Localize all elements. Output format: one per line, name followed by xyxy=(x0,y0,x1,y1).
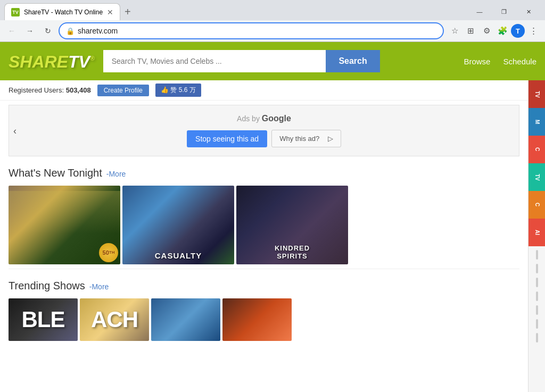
trending-title: Trending Shows -More xyxy=(9,280,519,292)
translate-button[interactable]: ⚙ xyxy=(479,23,494,38)
address-bar-row: ← → ↻ 🔒 sharetv.com ☆ ⊞ ⚙ 🧩 T ⋮ xyxy=(0,20,545,41)
chrome-menu-button[interactable]: ⋮ xyxy=(526,23,541,38)
search-form: Search xyxy=(103,50,380,72)
sidebar-item-m[interactable]: M xyxy=(529,108,545,136)
sidebar-item-c2[interactable]: C xyxy=(529,191,545,219)
header-nav: Browse Schedule xyxy=(464,57,536,66)
trending-section: Trending Shows -More BLE ACH xyxy=(0,273,528,345)
site-logo[interactable]: SHARETV® xyxy=(9,52,95,71)
logo-area: SHARETV® xyxy=(9,52,95,71)
trending-text-2: ACH xyxy=(80,298,149,341)
whats-new-title: What's New Tonight -More xyxy=(9,167,519,179)
show-card-2[interactable]: CASUALTY xyxy=(122,186,234,264)
lock-icon: 🔒 xyxy=(66,27,75,35)
browser-actions: ☆ ⊞ ⚙ 🧩 T ⋮ xyxy=(447,23,541,38)
maximize-button[interactable]: ❐ xyxy=(492,3,516,20)
show-title-2: CASUALTY xyxy=(122,251,234,260)
sidebar-item-ai[interactable]: AI xyxy=(529,219,545,246)
search-button[interactable]: Search xyxy=(326,50,379,72)
facebook-like-button[interactable]: 👍 赞 5.6 万 xyxy=(155,84,201,97)
show-card-1[interactable]: 50TH xyxy=(9,186,120,264)
trending-grid: BLE ACH xyxy=(9,298,519,341)
show-title-3: KINDREDSPIRITS xyxy=(236,244,348,260)
trending-text-1: BLE xyxy=(9,298,78,341)
extensions-grid-button[interactable]: ⊞ xyxy=(463,23,478,38)
sub-header: Registered Users: 503,408 Create Profile… xyxy=(0,80,528,101)
tab-bar: TV ShareTV - Watch TV Online ✕ + — ❐ ✕ xyxy=(0,0,545,20)
site-header: SHARETV® Search Browse Schedule xyxy=(0,42,545,80)
bookmark-button[interactable]: ☆ xyxy=(447,23,462,38)
profile-avatar[interactable]: T xyxy=(511,24,525,38)
refresh-button[interactable]: ↻ xyxy=(40,23,55,38)
search-input[interactable] xyxy=(103,50,326,72)
trending-card-1[interactable]: BLE xyxy=(9,298,78,341)
trending-text-3 xyxy=(151,298,220,341)
close-button[interactable]: ✕ xyxy=(516,3,541,20)
back-button[interactable]: ← xyxy=(4,23,19,38)
url-text: sharetv.com xyxy=(78,27,436,35)
puzzle-button[interactable]: 🧩 xyxy=(495,23,510,38)
browse-nav-item[interactable]: Browse xyxy=(464,57,490,66)
ad-area: ‹ Ads by Google Stop seeing this ad Why … xyxy=(9,105,519,156)
tab-close-button[interactable]: ✕ xyxy=(107,8,113,16)
stop-seeing-ad-button[interactable]: Stop seeing this ad xyxy=(187,130,267,147)
tab-favicon: TV xyxy=(11,8,20,16)
tab-title: ShareTV - Watch TV Online xyxy=(24,9,103,16)
trending-card-4[interactable] xyxy=(222,298,292,341)
sidebar-item-c[interactable]: C xyxy=(529,136,545,163)
ad-back-arrow[interactable]: ‹ xyxy=(13,125,16,136)
create-profile-button[interactable]: Create Profile xyxy=(97,85,149,96)
browser-chrome: TV ShareTV - Watch TV Online ✕ + — ❐ ✕ ←… xyxy=(0,0,545,42)
sidebar-item-tv2[interactable]: TV xyxy=(529,163,545,191)
ads-by-label: Ads by Google xyxy=(18,114,510,123)
why-this-ad-button[interactable]: Why this ad? ▷ xyxy=(271,130,341,147)
whats-new-more-link[interactable]: -More xyxy=(106,170,126,178)
minimize-button[interactable]: — xyxy=(467,3,492,20)
sidebar-item-tv[interactable]: TV xyxy=(529,80,545,108)
show-grid: 50TH CASUALTY KINDREDSPIRITS xyxy=(9,186,519,264)
window-controls: — ❐ ✕ xyxy=(467,3,541,20)
site-content: SHARETV® Search Browse Schedule Register… xyxy=(0,42,545,392)
trending-text-4 xyxy=(222,298,292,341)
section-divider xyxy=(9,269,519,269)
whats-new-section: What's New Tonight -More 50TH CASUALTY xyxy=(0,161,528,269)
main-content: Registered Users: 503,408 Create Profile… xyxy=(0,80,528,392)
trending-card-3[interactable] xyxy=(151,298,220,341)
trending-card-2[interactable]: ACH xyxy=(80,298,149,341)
registered-label: Registered Users: 503,408 xyxy=(9,86,91,94)
forward-button[interactable]: → xyxy=(22,23,37,38)
active-tab[interactable]: TV ShareTV - Watch TV Online ✕ xyxy=(4,3,120,20)
ad-buttons: Stop seeing this ad Why this ad? ▷ xyxy=(18,130,510,147)
show-card-3[interactable]: KINDREDSPIRITS xyxy=(236,186,348,264)
right-sidebar: TV M C TV C AI xyxy=(528,80,545,392)
main-layout: Registered Users: 503,408 Create Profile… xyxy=(0,80,545,392)
trending-more-link[interactable]: -More xyxy=(89,282,109,291)
schedule-nav-item[interactable]: Schedule xyxy=(503,57,536,66)
address-bar[interactable]: 🔒 sharetv.com xyxy=(59,22,444,39)
new-tab-button[interactable]: + xyxy=(120,6,135,17)
show-badge-1: 50TH xyxy=(99,243,118,262)
